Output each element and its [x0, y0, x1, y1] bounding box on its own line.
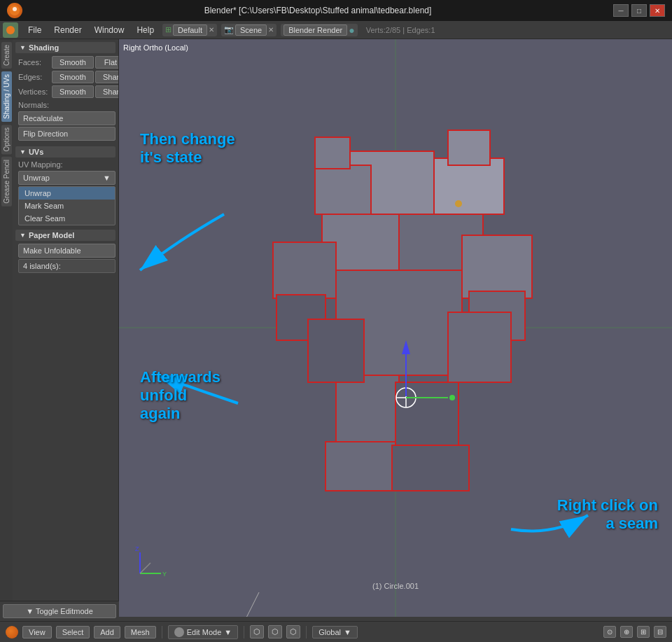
svg-rect-19 — [326, 442, 396, 491]
stats-text: Verts:2/85 | Edges:1 — [366, 26, 435, 34]
svg-point-30 — [455, 200, 462, 207]
menu-window[interactable]: Window — [89, 24, 130, 36]
recalculate-button[interactable]: Recalculate — [18, 111, 115, 125]
annotation-bottom-line1: Afterwards — [140, 368, 220, 386]
vertices-buttons: Smooth Sharp — [52, 85, 118, 98]
uv-mapping-value: Unwrap — [23, 174, 50, 182]
viewport[interactable]: Right Ortho (Local) — [119, 39, 672, 617]
option-mark-seam[interactable]: Mark Seam — [19, 200, 115, 212]
menu-render[interactable]: Render — [48, 24, 87, 36]
annotation-bottom-line3: again — [140, 405, 220, 423]
renderer-icon: ● — [349, 25, 354, 36]
select-mode-edge[interactable]: ⬡ — [268, 625, 282, 638]
status-add-button[interactable]: Add — [94, 626, 120, 638]
status-blender-icon — [6, 626, 18, 638]
global-selector[interactable]: Global ▼ — [312, 626, 358, 638]
edges-row: Edges: Smooth Sharp — [15, 71, 115, 83]
option-unwrap[interactable]: Unwrap — [19, 187, 115, 200]
svg-text:Z: Z — [135, 545, 139, 552]
status-icon-2[interactable]: ⊕ — [620, 626, 633, 638]
paper-model-content: Make Unfoldable 4 island(s): — [15, 244, 115, 273]
smooth-flat-flat-button[interactable]: Flat — [95, 56, 118, 69]
svg-line-36 — [140, 563, 150, 573]
maximize-button[interactable]: □ — [631, 4, 647, 17]
global-label: Global — [318, 628, 341, 636]
annotation-top-line2: it's state — [140, 148, 235, 167]
svg-rect-13 — [273, 242, 336, 298]
shading-section: Shading Faces: Smooth Flat Edges: Smooth… — [15, 42, 115, 142]
annotation-top-line1: Then change — [140, 130, 235, 148]
uv-mapping-label: UV Mapping: — [18, 160, 115, 169]
window-controls: ─ □ ✕ — [613, 4, 665, 17]
make-unfoldable-button[interactable]: Make Unfoldable — [18, 244, 115, 258]
viewport-icon: ⊞ — [165, 25, 172, 34]
status-icon-3[interactable]: ⊞ — [637, 626, 650, 638]
viewport-controls: ⊞ Default ✕ — [162, 24, 217, 36]
svg-rect-22 — [448, 312, 511, 382]
close-button[interactable]: ✕ — [650, 4, 665, 17]
status-view-button[interactable]: View — [22, 626, 52, 638]
flip-direction-button[interactable]: Flip Direction — [18, 127, 115, 141]
select-mode-vertex[interactable]: ⬡ — [250, 625, 264, 638]
uv-mapping-area: UV Mapping: Unwrap ▼ Unwrap Mark Seam Cl… — [15, 160, 115, 225]
titlebar: Blender* [C:\Users\FB\Desktop\Stuffed an… — [0, 0, 672, 21]
window-title: Blender* [C:\Users\FB\Desktop\Stuffed an… — [204, 6, 432, 15]
normals-section: Normals: Recalculate Flip Direction — [15, 101, 115, 142]
faces-buttons: Smooth Flat — [52, 56, 118, 69]
edges-label: Edges: — [18, 73, 50, 81]
faces-row: Faces: Smooth Flat — [15, 56, 115, 69]
svg-rect-12 — [315, 137, 350, 169]
edit-mode-selector[interactable]: Edit Mode ▼ — [168, 625, 238, 639]
annotation-top: Then change it's state — [140, 130, 235, 167]
svg-rect-21 — [308, 319, 364, 382]
annotation-bottom-line2: unfold — [140, 386, 220, 405]
status-sep-2 — [244, 626, 244, 638]
menu-file[interactable]: File — [22, 24, 47, 36]
option-clear-seam[interactable]: Clear Seam — [19, 212, 115, 225]
camera-icon: 📷 — [224, 25, 234, 34]
viewport-label: Right Ortho (Local) — [123, 43, 188, 52]
main-area: Create Shading / UVs Options Grease Penc… — [0, 39, 672, 617]
tab-shading-uvs[interactable]: Shading / UVs — [1, 71, 12, 122]
faces-label: Faces: — [18, 58, 50, 67]
menu-help[interactable]: Help — [131, 24, 160, 36]
scene-selector[interactable]: Scene — [235, 25, 267, 36]
toggle-editmode-button[interactable]: ▼ Toggle Editmode — [3, 604, 116, 618]
smooth-sharp-edges-smooth-button[interactable]: Smooth — [52, 71, 94, 83]
renderer-controls: Blender Render ● — [281, 24, 358, 36]
svg-line-32 — [245, 592, 259, 617]
toggle-editmode-section: ▼ Toggle Editmode — [0, 601, 119, 621]
status-mesh-button[interactable]: Mesh — [125, 626, 156, 638]
status-sep-1 — [162, 626, 162, 638]
renderer-selector[interactable]: Blender Render — [284, 25, 347, 36]
select-mode-face[interactable]: ⬡ — [286, 625, 300, 638]
svg-rect-9 — [434, 158, 504, 214]
smooth-sharp-vertices-sharp-button[interactable]: Sharp — [95, 85, 118, 98]
x-icon: ✕ — [209, 26, 214, 34]
annotation-bottom: Afterwards unfold again — [140, 368, 220, 423]
uvs-section: UVs UV Mapping: Unwrap ▼ Unwrap Mark Sea… — [15, 146, 115, 225]
paper-model-header[interactable]: Paper Model — [15, 230, 115, 241]
smooth-flat-smooth-button[interactable]: Smooth — [52, 56, 94, 69]
workspace-selector[interactable]: Default — [173, 25, 207, 36]
mode-dropdown-icon: ▼ — [224, 628, 232, 636]
smooth-sharp-edges-sharp-button[interactable]: Sharp — [95, 71, 118, 83]
status-select-button[interactable]: Select — [56, 626, 90, 638]
object-name: (1) Circle.001 — [372, 582, 419, 590]
uvs-header[interactable]: UVs — [15, 146, 115, 158]
edit-mode-label: Edit Mode — [187, 628, 222, 636]
edit-mode-icon — [174, 627, 184, 637]
uv-mapping-dropdown[interactable]: Unwrap ▼ — [18, 171, 115, 185]
tab-grease-pencil[interactable]: Grease Pencil — [1, 157, 12, 207]
sidebar: Create Shading / UVs Options Grease Penc… — [0, 39, 119, 617]
svg-point-2 — [6, 26, 15, 34]
minimize-button[interactable]: ─ — [613, 4, 629, 17]
shading-header[interactable]: Shading — [15, 42, 115, 53]
smooth-sharp-vertices-smooth-button[interactable]: Smooth — [52, 85, 94, 98]
tab-options[interactable]: Options — [1, 125, 12, 154]
dropdown-arrow-icon: ▼ — [103, 174, 111, 182]
tab-create[interactable]: Create — [1, 42, 12, 69]
svg-rect-10 — [315, 165, 371, 214]
status-icon-4[interactable]: ⊟ — [654, 626, 666, 638]
status-icon-1[interactable]: ⊙ — [603, 626, 616, 638]
